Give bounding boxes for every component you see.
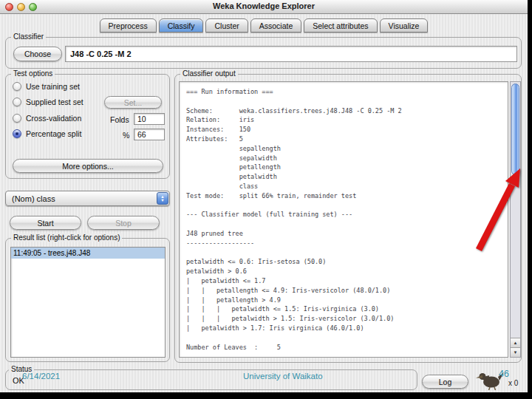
red-arrow-annotation [442,152,527,259]
radio-use-training-set[interactable]: Use training set [13,82,80,91]
radio-selected-icon[interactable] [13,129,21,138]
radio-supplied-test-set[interactable]: Supplied test set [13,98,83,106]
tab-select-attributes[interactable]: Select attributes [304,18,377,33]
title-bar[interactable]: Weka Knowledge Explorer [0,0,528,14]
tab-cluster[interactable]: Cluster [205,18,248,33]
dropdown-arrows-icon[interactable]: ▲ ▼ [157,192,168,205]
folds-input[interactable]: 10 [134,113,165,125]
radio-cross-validation[interactable]: Cross-validation [13,114,81,123]
radio-icon[interactable] [13,98,21,106]
scroll-down-icon[interactable]: ▼ [511,347,520,357]
status-group: Status OK [5,369,417,390]
classifier-group-label: Classifier [11,33,46,41]
radio-icon[interactable] [13,114,21,123]
test-options-group-label: Test options [11,69,55,78]
weka-counter: x 0 [508,379,518,387]
percent-input[interactable]: 66 [134,129,165,140]
radio-percentage-split[interactable]: Percentage split [13,129,81,138]
folds-label: Folds [110,115,129,124]
result-list[interactable]: 11:49:05 - trees.j48.J48 [10,247,166,358]
more-options-button[interactable]: More options... [13,159,163,173]
tab-classify[interactable]: Classify [159,18,204,33]
tab-visualize[interactable]: Visualize [380,18,429,33]
scroll-up-icon[interactable]: ▲ [511,338,520,347]
choose-button[interactable]: Choose [13,47,62,61]
set-button[interactable]: Set... [104,96,162,109]
radio-label: Supplied test set [26,98,83,106]
log-button[interactable]: Log [422,375,468,389]
percent-label: % [123,131,129,140]
arrow-down-icon: ▼ [160,199,164,202]
slide-footer: University of Waikato [243,372,323,381]
classifier-group: Classifier Choose J48 -C 0.25 -M 2 [5,37,522,69]
window-title: Weka Knowledge Explorer [0,1,528,10]
slide-number: 46 [499,369,509,379]
classifier-output-group-label: Classifier output [180,69,238,78]
slide-date: 6/14/2021 [22,372,60,381]
radio-label: Use training set [26,82,80,91]
radio-icon[interactable] [13,82,21,91]
start-button[interactable]: Start [10,216,81,230]
result-list-group: Result list (right-click for options) 11… [5,238,170,362]
class-dropdown[interactable]: (Nom) class ▲ ▼ [5,191,170,206]
class-dropdown-value: (Nom) class [12,194,55,203]
tab-associate[interactable]: Associate [250,18,302,33]
result-list-item[interactable]: 11:49:05 - trees.j48.J48 [11,248,165,259]
test-options-group: Test options Use training set Supplied t… [5,74,170,179]
result-list-group-label: Result list (right-click for options) [11,233,122,242]
tab-bar: Preprocess Classify Cluster Associate Se… [0,18,528,33]
radio-label: Percentage split [26,129,81,138]
radio-label: Cross-validation [26,114,81,123]
stop-button[interactable]: Stop [87,216,160,230]
tab-preprocess[interactable]: Preprocess [100,18,157,33]
classifier-scheme-field[interactable]: J48 -C 0.25 -M 2 [65,46,517,62]
